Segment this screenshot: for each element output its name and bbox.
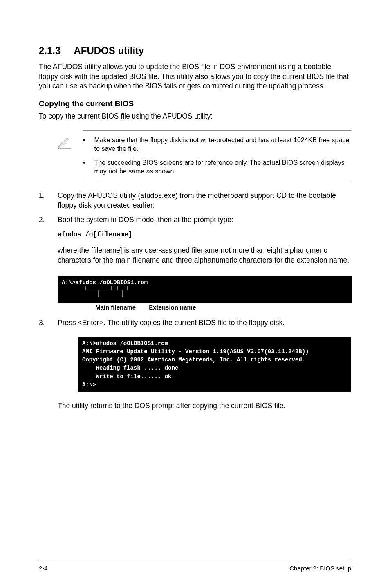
terminal-line: A:\>: [82, 382, 96, 388]
main-filename-label: Main filename: [95, 304, 136, 311]
terminal-line: A:\>afudos /oOLDBIOS1.rom: [82, 340, 168, 347]
terminal-line: AMI Firmware Update Utility - Version 1.…: [82, 348, 309, 355]
section-heading: 2.1.3AFUDOS utility: [39, 45, 351, 56]
intro-paragraph: The AFUDOS utility allows you to update …: [39, 62, 351, 91]
step-text: Copy the AFUDOS utility (afudos.exe) fro…: [58, 191, 351, 210]
step-text: Boot the system in DOS mode, then at the…: [58, 215, 351, 225]
page-number: 2-4: [39, 565, 48, 572]
note-box: •Make sure that the floppy disk is not w…: [56, 130, 351, 181]
steps-list: 1. Copy the AFUDOS utility (afudos.exe) …: [39, 191, 351, 276]
note-item: •Make sure that the floppy disk is not w…: [83, 136, 351, 153]
step-paragraph: where the [filename] is any user-assigne…: [58, 246, 351, 265]
terminal-line: A:\>afudos /oOLDBIOS1.rom: [62, 279, 148, 286]
note-text: Make sure that the floppy disk is not wr…: [94, 136, 351, 153]
terminal-output: A:\>afudos /oOLDBIOS1.rom AMI Firmware U…: [78, 337, 351, 393]
terminal-line: Reading flash ..... done: [82, 365, 178, 371]
step-number: 2.: [39, 215, 46, 271]
bullet-icon: •: [83, 158, 85, 176]
terminal-output: A:\>afudos /oOLDBIOS1.rom: [58, 276, 352, 303]
step-text: Press <Enter>. The utility copies the cu…: [58, 318, 351, 328]
step-number: 3.: [39, 318, 46, 328]
note-item: •The succeeding BIOS screens are for ref…: [83, 158, 351, 176]
step-item: 2. Boot the system in DOS mode, then at …: [39, 215, 351, 271]
terminal-block-2: A:\>afudos /oOLDBIOS1.rom AMI Firmware U…: [78, 337, 351, 393]
command-text: afudos /o[filename]: [58, 231, 351, 240]
after-terminal-text: The utility returns to the DOS prompt af…: [58, 401, 351, 411]
step-item: 1. Copy the AFUDOS utility (afudos.exe) …: [39, 191, 351, 210]
filename-labels: Main filename Extension name: [95, 304, 352, 311]
subheading-lead: To copy the current BIOS file using the …: [39, 112, 351, 121]
terminal-line: Write to file...... ok: [82, 373, 171, 380]
note-text: The succeeding BIOS screens are for refe…: [94, 158, 351, 176]
step-item: 3. Press <Enter>. The utility copies the…: [39, 318, 351, 328]
extension-name-label: Extension name: [149, 304, 196, 311]
section-title: AFUDOS utility: [74, 45, 144, 56]
step-number: 1.: [39, 191, 46, 210]
note-content: •Make sure that the floppy disk is not w…: [83, 130, 351, 181]
section-number: 2.1.3: [39, 45, 61, 56]
steps-list-cont: 3. Press <Enter>. The utility copies the…: [39, 318, 351, 333]
chapter-label: Chapter 2: BIOS setup: [289, 565, 351, 572]
bullet-icon: •: [83, 136, 85, 153]
terminal-block-1: A:\>afudos /oOLDBIOS1.rom Main filename …: [58, 276, 352, 311]
subheading: Copying the current BIOS: [39, 99, 351, 108]
page-footer: 2-4 Chapter 2: BIOS setup: [39, 562, 351, 572]
pencil-note-icon: [56, 130, 72, 151]
terminal-line: Copyright (C) 2002 American Megatrends, …: [82, 357, 305, 363]
